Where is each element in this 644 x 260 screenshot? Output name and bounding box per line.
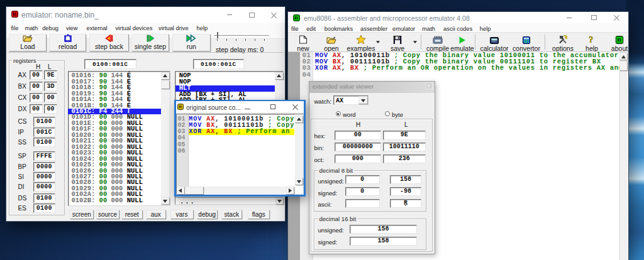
svg-text:?: ? — [589, 35, 593, 44]
